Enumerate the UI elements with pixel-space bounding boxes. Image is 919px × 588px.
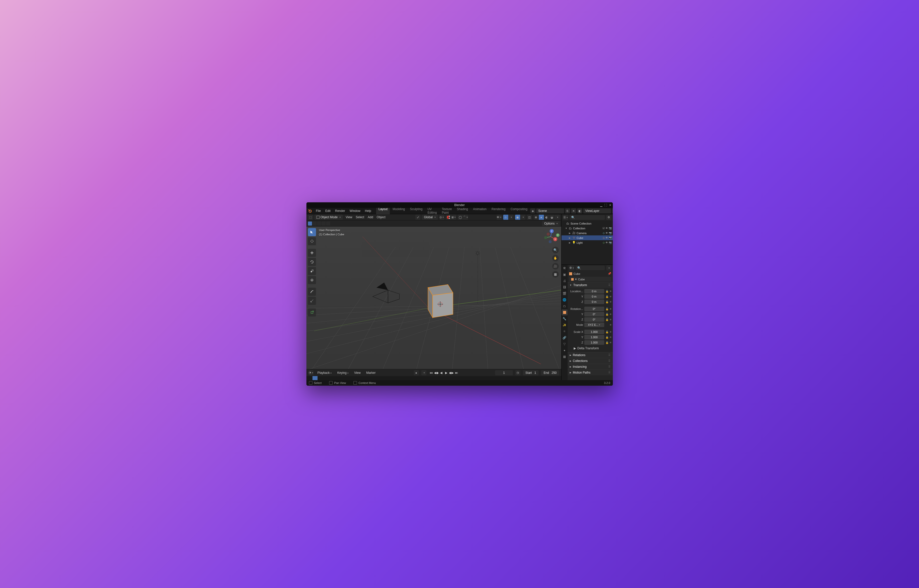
timeline-editor-icon[interactable]: ◔ xyxy=(308,370,313,375)
tree-collection[interactable]: ▼🗀Collection☑👁📷 xyxy=(562,226,613,231)
properties-tab-world[interactable]: 🌐 xyxy=(562,297,568,303)
add-cube-tool[interactable] xyxy=(308,309,316,317)
properties-tab-viewlayer[interactable]: 🖼 xyxy=(562,284,568,290)
shading-solid-icon[interactable]: ● xyxy=(539,215,544,220)
autokey-icon[interactable]: ● xyxy=(414,370,419,375)
scale-x-field[interactable]: 1.000 xyxy=(584,330,604,334)
maximize-icon[interactable]: ⛶ xyxy=(604,204,607,207)
workspace-modeling[interactable]: Modeling xyxy=(390,207,407,215)
properties-tab-tool[interactable]: 🛠 xyxy=(562,265,568,271)
scene-delete-icon[interactable]: ✕ xyxy=(571,208,576,213)
rotation-x-field[interactable]: 0° xyxy=(584,307,604,311)
panel-collections[interactable]: ▶Collections⠿ xyxy=(568,358,613,364)
scale-z-field[interactable]: 1.000 xyxy=(584,340,604,345)
play-icon[interactable]: ▶ xyxy=(444,370,449,375)
properties-tab-modifiers[interactable]: 🔧 xyxy=(562,316,568,322)
timeline-scrubber[interactable] xyxy=(307,376,561,380)
properties-tab-object[interactable] xyxy=(562,309,568,315)
lock-icon[interactable]: 🔓 xyxy=(605,312,609,316)
viewlayer-name-field[interactable]: ViewLayer xyxy=(583,208,611,213)
properties-tab-physics[interactable]: ⚛ xyxy=(562,328,568,334)
start-frame-field[interactable]: Start1 xyxy=(523,370,539,375)
viewport-menu-select[interactable]: Select xyxy=(354,215,365,220)
rotation-y-field[interactable]: 0° xyxy=(584,312,604,317)
viewlayer-new-icon[interactable]: ⎘ xyxy=(612,208,613,213)
select-mode-4-icon[interactable] xyxy=(321,221,326,226)
panel-instancing[interactable]: ▶Instancing⠿ xyxy=(568,364,613,370)
lock-icon[interactable]: 🔓 xyxy=(605,335,609,339)
blender-logo-icon[interactable] xyxy=(308,208,312,213)
lock-icon[interactable]: 🔓 xyxy=(605,330,609,334)
lock-icon[interactable]: 🔓 xyxy=(605,341,609,344)
navigation-gizmo[interactable]: X Y Z xyxy=(543,229,559,245)
move-tool[interactable] xyxy=(308,249,316,257)
orientation-icon[interactable]: ⤢ xyxy=(415,215,420,220)
viewlayer-browse-icon[interactable]: ◧ xyxy=(577,208,582,213)
location-x-field[interactable]: 0 m xyxy=(584,289,604,294)
shading-rendered-icon[interactable]: ◒ xyxy=(549,215,554,220)
panel-relations[interactable]: ▶Relations⠿ xyxy=(568,352,613,358)
workspace-texture-paint[interactable]: Texture Paint xyxy=(439,207,454,215)
playhead[interactable] xyxy=(312,376,318,380)
play-reverse-icon[interactable]: ◀ xyxy=(439,370,444,375)
workspace-compositing[interactable]: Compositing xyxy=(508,207,530,215)
menu-window[interactable]: Window xyxy=(347,208,362,213)
rotation-z-field[interactable]: 0° xyxy=(584,317,604,322)
jump-start-icon[interactable]: ⏮ xyxy=(429,370,433,375)
gizmo-toggle-icon[interactable]: ⊹ xyxy=(503,215,508,220)
close-icon[interactable]: ✕ xyxy=(609,204,611,207)
keying-set-icon[interactable] xyxy=(422,370,426,375)
outliner-editor-icon[interactable]: ☰ xyxy=(563,215,568,220)
workspace-shading[interactable]: Shading xyxy=(454,207,470,215)
select-mode-5-icon[interactable] xyxy=(326,221,330,226)
properties-tab-data[interactable]: ▽ xyxy=(562,341,568,347)
workspace-uv-editing[interactable]: UV Editing xyxy=(425,207,439,215)
keying-menu[interactable]: Keying xyxy=(336,370,350,375)
properties-tab-constraints[interactable]: 🔗 xyxy=(562,335,568,341)
menu-edit[interactable]: Edit xyxy=(323,208,333,213)
transform-tool[interactable] xyxy=(308,276,316,284)
frame-range-icon[interactable]: ◷ xyxy=(515,370,520,375)
properties-tab-texture[interactable]: ▦ xyxy=(562,354,568,360)
object-name-field[interactable]: ▾ Cube xyxy=(569,277,611,282)
workspace-animation[interactable]: Animation xyxy=(471,207,489,215)
snap-options-icon[interactable]: ⊞ xyxy=(451,215,456,220)
keyframe-next-icon[interactable]: ◆▶ xyxy=(449,370,454,375)
lock-icon[interactable]: 🔓 xyxy=(605,295,609,298)
viewport-menu-add[interactable]: Add xyxy=(366,215,375,220)
snap-toggle-icon[interactable]: 🧲 xyxy=(446,215,451,220)
menu-render[interactable]: Render xyxy=(333,208,347,213)
tree-item-light[interactable]: ▶💡Light◇👁📷 xyxy=(562,240,613,245)
lock-icon[interactable]: 🔓 xyxy=(605,318,609,321)
pan-icon[interactable]: ✋ xyxy=(552,255,559,262)
editor-type-icon[interactable]: ⬚ xyxy=(308,215,313,220)
orientation-dropdown[interactable]: Global xyxy=(422,215,438,220)
cursor-tool[interactable] xyxy=(308,237,316,245)
playback-menu[interactable]: Playback xyxy=(316,370,333,375)
workspace-sculpting[interactable]: Sculpting xyxy=(408,207,425,215)
delta-transform-header[interactable]: ▶Delta Transform xyxy=(569,346,611,351)
camera-view-icon[interactable]: 🎥 xyxy=(552,263,559,270)
jump-end-icon[interactable]: ⏭ xyxy=(454,370,459,375)
properties-tab-render[interactable]: ▣ xyxy=(562,271,568,278)
workspace-rendering[interactable]: Rendering xyxy=(489,207,508,215)
outliner-filter-icon[interactable]: ⚙ xyxy=(606,215,611,220)
location-z-field[interactable]: 0 m xyxy=(584,300,604,304)
mode-dropdown[interactable]: Object Mode xyxy=(315,215,343,220)
options-dropdown[interactable]: Options xyxy=(542,221,560,226)
properties-tab-material[interactable]: ● xyxy=(562,347,568,353)
select-mode-2-icon[interactable] xyxy=(312,221,317,226)
marker-menu[interactable]: Marker xyxy=(365,370,377,375)
viewport-3d[interactable]: User Perspective (1) Collection | Cube X… xyxy=(307,226,561,369)
pivot-icon[interactable]: ⊙ xyxy=(439,215,444,220)
measure-tool[interactable] xyxy=(308,297,316,305)
lock-icon[interactable]: 🔓 xyxy=(605,307,609,311)
shading-material-icon[interactable]: ◐ xyxy=(544,215,549,220)
properties-editor-icon[interactable]: ⚙ xyxy=(569,265,574,270)
menu-help[interactable]: Help xyxy=(363,208,373,213)
properties-search[interactable]: 🔍 xyxy=(576,266,605,270)
tree-item-camera[interactable]: ▶🎥Camera◇👁📷 xyxy=(562,231,613,236)
properties-tab-scene[interactable]: 🎬 xyxy=(562,291,568,297)
rotate-tool[interactable] xyxy=(308,258,316,266)
proportional-falloff-icon[interactable]: ⌒ xyxy=(463,215,468,220)
